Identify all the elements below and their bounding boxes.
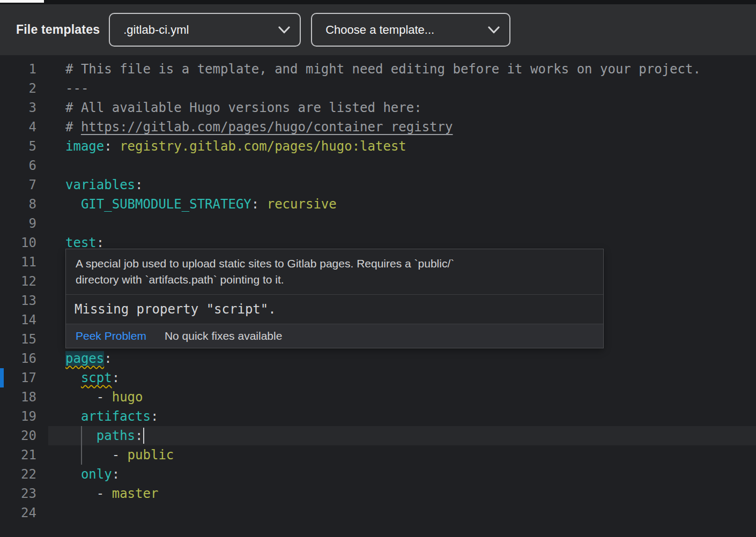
code-line[interactable]: 8 GIT_SUBMODULE_STRATEGY: recursive bbox=[0, 195, 756, 214]
file-templates-label: File templates bbox=[16, 23, 100, 37]
code-line[interactable]: 24 bbox=[0, 503, 756, 523]
choose-template-dropdown[interactable]: Choose a template... bbox=[311, 13, 510, 47]
code-line-content[interactable]: # This file is a template, and might nee… bbox=[36, 59, 701, 79]
code-segment bbox=[65, 447, 112, 463]
code-segment: : bbox=[135, 428, 143, 443]
code-line[interactable]: 22 only: bbox=[0, 465, 756, 484]
line-number: 13 bbox=[0, 291, 36, 310]
code-segment bbox=[65, 390, 97, 405]
code-line[interactable]: 20 paths: bbox=[0, 426, 756, 445]
code-segment: master bbox=[112, 486, 159, 501]
code-segment: : bbox=[104, 351, 112, 366]
code-line-content[interactable] bbox=[36, 272, 65, 291]
hover-doc-text: A special job used to upload static site… bbox=[66, 249, 603, 294]
line-number: 17 bbox=[0, 368, 36, 387]
line-number: 6 bbox=[0, 156, 36, 175]
code-segment: recursive bbox=[259, 197, 337, 212]
code-line[interactable]: 18 - hugo bbox=[0, 387, 756, 407]
code-line[interactable]: 19 artifacts: bbox=[0, 407, 756, 426]
code-line[interactable]: 17 scpt: bbox=[0, 368, 756, 387]
code-line-content[interactable]: image: registry.gitlab.com/pages/hugo:la… bbox=[36, 137, 406, 156]
code-line-content[interactable]: paths: bbox=[36, 426, 144, 445]
line-number: 9 bbox=[0, 214, 36, 233]
code-segment: : bbox=[135, 177, 143, 192]
code-line-content[interactable] bbox=[36, 214, 65, 233]
line-number: 20 bbox=[0, 426, 36, 445]
code-line-content[interactable]: - public bbox=[36, 445, 174, 465]
hover-status-bar: Peek Problem No quick fixes available bbox=[66, 324, 603, 348]
code-segment: variables bbox=[65, 177, 135, 192]
code-segment: only bbox=[81, 467, 112, 482]
line-number: 8 bbox=[0, 195, 36, 214]
code-line[interactable]: 7variables: bbox=[0, 175, 756, 195]
line-number: 23 bbox=[0, 484, 36, 503]
code-line[interactable]: 9 bbox=[0, 214, 756, 233]
code-line-content[interactable]: variables: bbox=[36, 175, 143, 195]
line-number: 18 bbox=[0, 387, 36, 407]
code-line-content[interactable]: - hugo bbox=[36, 387, 143, 407]
line-number: 19 bbox=[0, 407, 36, 426]
line-number: 1 bbox=[0, 59, 36, 79]
code-line[interactable]: 3# All available Hugo versions are liste… bbox=[0, 98, 756, 117]
no-quick-fixes-label: No quick fixes available bbox=[165, 329, 282, 343]
code-line-content[interactable]: GIT_SUBMODULE_STRATEGY: recursive bbox=[36, 195, 337, 214]
code-line[interactable]: 4# https://gitlab.com/pages/hugo/contain… bbox=[0, 117, 756, 137]
code-line[interactable]: 1# This file is a template, and might ne… bbox=[0, 59, 756, 79]
code-line-content[interactable]: - master bbox=[36, 484, 158, 503]
line-number: 3 bbox=[0, 98, 36, 117]
code-segment: : bbox=[112, 467, 120, 482]
line-number: 10 bbox=[0, 233, 36, 252]
code-line-content[interactable]: --- bbox=[36, 79, 88, 98]
code-line-content[interactable] bbox=[36, 291, 65, 310]
code-line-content[interactable] bbox=[36, 310, 65, 330]
code-line-content[interactable]: only: bbox=[36, 465, 120, 484]
code-segment: : bbox=[104, 139, 112, 154]
code-line-content[interactable] bbox=[36, 252, 65, 272]
choose-template-dropdown-value: Choose a template... bbox=[325, 23, 434, 37]
hover-doc-line: A special job used to upload static site… bbox=[76, 256, 594, 272]
code-segment: scpt bbox=[81, 370, 112, 385]
code-segment: # All available Hugo versions are listed… bbox=[65, 100, 422, 115]
code-segment: - bbox=[97, 390, 112, 405]
code-segment: : bbox=[151, 409, 158, 424]
hover-doc-line: directory with `artifacts.path` pointing… bbox=[76, 272, 594, 288]
code-line-content[interactable] bbox=[36, 330, 65, 349]
code-segment: https://gitlab.com/pages/hugo/container_… bbox=[81, 120, 453, 135]
code-segment bbox=[65, 409, 81, 424]
code-line-content[interactable]: # All available Hugo versions are listed… bbox=[36, 98, 422, 117]
filename-dropdown[interactable]: .gitlab-ci.yml bbox=[109, 13, 301, 47]
filename-dropdown-value: .gitlab-ci.yml bbox=[123, 23, 189, 37]
text-cursor bbox=[143, 428, 144, 444]
peek-problem-link[interactable]: Peek Problem bbox=[76, 329, 146, 343]
active-tab-indicator bbox=[0, 0, 44, 3]
code-line-content[interactable] bbox=[36, 156, 65, 175]
code-segment bbox=[65, 467, 81, 482]
code-segment: public bbox=[128, 447, 174, 463]
line-number: 12 bbox=[0, 272, 36, 291]
code-segment: - bbox=[112, 447, 128, 463]
line-number: 7 bbox=[0, 175, 36, 195]
code-line-content[interactable]: pages: bbox=[36, 349, 112, 368]
web-ide-window: File templates .gitlab-ci.yml Choose a t… bbox=[0, 0, 756, 537]
code-segment bbox=[65, 197, 81, 212]
code-line[interactable]: 5image: registry.gitlab.com/pages/hugo:l… bbox=[0, 137, 756, 156]
code-line-content[interactable]: scpt: bbox=[36, 368, 120, 387]
line-number: 22 bbox=[0, 465, 36, 484]
code-line[interactable]: 2--- bbox=[0, 79, 756, 98]
code-line-content[interactable]: # https://gitlab.com/pages/hugo/containe… bbox=[36, 117, 453, 137]
code-line[interactable]: 16pages: bbox=[0, 349, 756, 368]
code-segment: artifacts bbox=[81, 409, 151, 424]
line-number: 21 bbox=[0, 445, 36, 465]
code-line-content[interactable] bbox=[36, 503, 65, 523]
code-segment bbox=[65, 370, 81, 385]
code-segment bbox=[65, 486, 97, 501]
code-line[interactable]: 23 - master bbox=[0, 484, 756, 503]
code-line[interactable]: 21 - public bbox=[0, 445, 756, 465]
chevron-down-icon bbox=[278, 26, 290, 34]
line-number: 15 bbox=[0, 330, 36, 349]
code-segment: hugo bbox=[112, 390, 143, 405]
code-line[interactable]: 6 bbox=[0, 156, 756, 175]
code-segment: # bbox=[65, 120, 81, 135]
code-line-content[interactable]: artifacts: bbox=[36, 407, 158, 426]
code-editor[interactable]: 1# This file is a template, and might ne… bbox=[0, 55, 756, 537]
